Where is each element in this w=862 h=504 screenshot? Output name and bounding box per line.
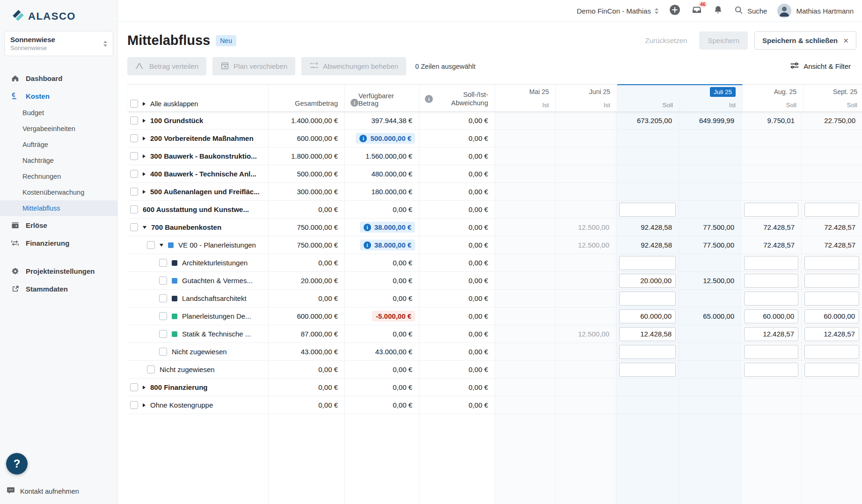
- row-checkbox[interactable]: [130, 205, 138, 213]
- row-checkbox[interactable]: [147, 241, 155, 249]
- reset-button[interactable]: Zurücksetzen: [639, 32, 693, 49]
- verfuegbar-info-badge[interactable]: i38.000,00 €: [360, 222, 415, 233]
- row-checkbox[interactable]: [159, 277, 167, 285]
- amount-input[interactable]: [804, 345, 859, 359]
- amount-input[interactable]: [744, 363, 798, 377]
- amount-input[interactable]: 60.000,00: [619, 309, 676, 323]
- row-label[interactable]: 200 Vorbereitende Maßnahmen: [150, 134, 254, 142]
- row-label[interactable]: Nicht zugewiesen: [160, 365, 215, 373]
- row-label[interactable]: 800 Finanzierung: [150, 383, 208, 391]
- row-checkbox[interactable]: [159, 294, 167, 302]
- row-label[interactable]: 300 Bauwerk - Baukonstruktio...: [150, 152, 257, 160]
- row-checkbox[interactable]: [130, 117, 138, 124]
- sidebar-item-finanzierung[interactable]: Finanzierung: [0, 234, 117, 252]
- row-label[interactable]: Statik & Technische ...: [182, 330, 251, 338]
- user-menu[interactable]: Mathias Hartmann: [777, 4, 854, 18]
- amount-input[interactable]: [804, 274, 859, 288]
- expand-all-label[interactable]: Alle ausklappen: [150, 100, 198, 108]
- amount-input[interactable]: [804, 292, 859, 306]
- workspace-selector[interactable]: Demo FinCon - Mathias: [577, 7, 658, 15]
- row-label[interactable]: 500 Außenanlagen und Freifläc...: [150, 188, 260, 196]
- sidebar-item-vergabeeinheiten[interactable]: Vergabeeinheiten: [0, 121, 117, 137]
- save-button[interactable]: Speichern: [699, 31, 748, 50]
- distribute-amount-button[interactable]: Betrag verteilen: [127, 57, 206, 75]
- view-filter-button[interactable]: Ansicht & Filter: [790, 61, 851, 72]
- row-checkbox[interactable]: [130, 223, 138, 231]
- amount-input[interactable]: 12.428,57: [744, 327, 798, 341]
- expand-row-icon[interactable]: [143, 403, 146, 407]
- expand-all-icon[interactable]: [143, 102, 146, 106]
- sidebar-item-stammdaten[interactable]: Stammdaten: [0, 280, 117, 298]
- row-checkbox[interactable]: [159, 259, 167, 267]
- amount-input[interactable]: 12.428,57: [804, 327, 859, 341]
- amount-input[interactable]: [744, 256, 798, 270]
- row-label[interactable]: 600 Ausstattung und Kunstwe...: [143, 205, 249, 213]
- expand-row-icon[interactable]: [143, 137, 146, 140]
- expand-row-icon[interactable]: [143, 386, 146, 389]
- amount-input[interactable]: [744, 203, 798, 217]
- amount-input[interactable]: [804, 363, 859, 377]
- amount-input[interactable]: 60.000,00: [804, 309, 859, 323]
- sidebar-item-dashboard[interactable]: Dashboard: [0, 69, 117, 87]
- search-button[interactable]: Suche: [734, 5, 767, 16]
- expand-row-icon[interactable]: [143, 119, 146, 123]
- verfuegbar-info-badge[interactable]: i38.000,00 €: [360, 240, 415, 250]
- fix-deviations-button[interactable]: Abweichungen beheben: [301, 57, 406, 75]
- row-checkbox[interactable]: [159, 312, 167, 320]
- amount-input[interactable]: [804, 256, 859, 270]
- row-label[interactable]: Architekturleistungen: [182, 259, 248, 267]
- sidebar-item-projekteinstellungen[interactable]: Projekteinstellungen: [0, 262, 117, 280]
- save-close-button[interactable]: Speichern & schließen ×: [754, 31, 856, 50]
- expand-row-icon[interactable]: [143, 154, 146, 158]
- row-label[interactable]: Landschaftsarchitekt: [182, 294, 247, 302]
- sidebar-item-budget[interactable]: Budget: [0, 105, 117, 121]
- expand-row-icon[interactable]: [143, 190, 146, 194]
- amount-input[interactable]: [619, 256, 676, 270]
- row-checkbox[interactable]: [159, 348, 167, 356]
- row-label[interactable]: 400 Bauwerk - Technische Anl...: [150, 170, 256, 178]
- select-all-checkbox[interactable]: [130, 100, 138, 108]
- row-label[interactable]: 700 Baunebenkosten: [151, 223, 221, 231]
- row-checkbox[interactable]: [130, 188, 138, 196]
- amount-input[interactable]: 60.000,00: [744, 309, 798, 323]
- amount-input[interactable]: [804, 203, 859, 217]
- collapse-row-icon[interactable]: [143, 226, 146, 229]
- sidebar-item-erloese[interactable]: Erlöse: [0, 216, 117, 234]
- help-button[interactable]: ?: [6, 453, 28, 475]
- shift-plan-button[interactable]: Plan verschieben: [212, 57, 295, 75]
- contact-link[interactable]: Kontakt aufnehmen: [6, 486, 117, 497]
- info-icon[interactable]: i: [425, 95, 433, 103]
- project-selector[interactable]: Sonnenwiese Sonnenwiese: [4, 31, 113, 56]
- collapse-row-icon[interactable]: [160, 244, 163, 247]
- amount-input[interactable]: 12.428,58: [619, 327, 676, 341]
- row-checkbox[interactable]: [147, 365, 155, 373]
- row-checkbox[interactable]: [159, 330, 167, 338]
- expand-row-icon[interactable]: [143, 172, 146, 176]
- row-label[interactable]: Nicht zugewiesen: [172, 348, 227, 356]
- row-checkbox[interactable]: [130, 170, 138, 178]
- sidebar-item-kostenueberwachung[interactable]: Kostenüberwachung: [0, 184, 117, 200]
- amount-input[interactable]: [744, 274, 798, 288]
- row-label[interactable]: Ohne Kostengruppe: [150, 401, 213, 409]
- row-checkbox[interactable]: [130, 134, 138, 142]
- verfuegbar-info-badge[interactable]: i500.000,00 €: [356, 133, 415, 144]
- info-icon[interactable]: i: [351, 99, 358, 107]
- row-label[interactable]: Gutachten & Vermes...: [182, 277, 253, 285]
- sidebar-item-rechnungen[interactable]: Rechnungen: [0, 168, 117, 184]
- sidebar-item-mittelabfluss[interactable]: Mittelabfluss: [0, 200, 117, 216]
- amount-input[interactable]: [619, 292, 676, 306]
- sidebar-item-kosten[interactable]: €Kosten: [0, 87, 117, 105]
- row-label[interactable]: 100 Grundstück: [150, 117, 203, 124]
- amount-input[interactable]: 20.000,00: [619, 274, 676, 288]
- sidebar-item-auftraege[interactable]: Aufträge: [0, 137, 117, 153]
- row-label[interactable]: Planerleistungen De...: [182, 312, 251, 320]
- amount-input[interactable]: [619, 345, 676, 359]
- amount-input[interactable]: [744, 345, 798, 359]
- row-checkbox[interactable]: [130, 152, 138, 160]
- inbox-button[interactable]: 46: [691, 4, 702, 17]
- amount-input[interactable]: [619, 363, 676, 377]
- row-label[interactable]: VE 00 - Planerleistungen: [178, 241, 256, 249]
- create-button[interactable]: [669, 4, 681, 18]
- row-checkbox[interactable]: [130, 401, 138, 409]
- amount-input[interactable]: [619, 203, 676, 217]
